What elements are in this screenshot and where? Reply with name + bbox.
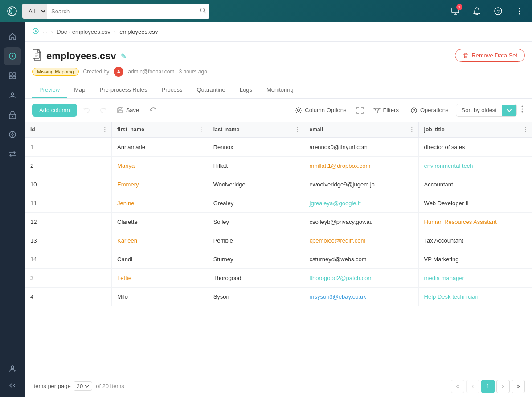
sidebar-item-home[interactable] (4, 28, 21, 45)
search-filter-select[interactable]: All (22, 4, 47, 19)
pagination-next[interactable]: › (496, 380, 510, 393)
sidebar (0, 22, 25, 397)
title-left: employees.csv ✎ Missing Mapping Created … (32, 49, 207, 77)
svg-rect-41 (119, 110, 122, 113)
col-header-id[interactable]: id ⋮ (25, 122, 112, 138)
table-row: 1 Annamarie Rennox arennox0@tinyurl.com … (25, 138, 532, 156)
breadcrumb-dots[interactable]: ··· (43, 28, 48, 35)
top-nav-icons: 1 ? (448, 4, 527, 18)
svg-point-44 (413, 109, 415, 111)
cell-last_name: Sturney (208, 250, 304, 268)
cell-last_name: Grealey (208, 194, 304, 212)
tab-quarantine[interactable]: Quarantine (189, 82, 232, 98)
save-label: Save (126, 107, 139, 113)
top-navigation: All 1 (0, 0, 532, 22)
svg-point-12 (12, 55, 13, 57)
monitor-button[interactable]: 1 (448, 4, 462, 18)
cell-last_name: Rennox (208, 138, 304, 156)
monitor-badge: 1 (456, 4, 462, 10)
col-menu-first_name[interactable]: ⋮ (198, 126, 204, 133)
svg-rect-14 (9, 73, 12, 75)
cell-last_name: Syson (208, 287, 304, 306)
sidebar-item-user-settings[interactable] (4, 360, 21, 377)
help-button[interactable]: ? (491, 4, 505, 18)
app-logo[interactable] (5, 4, 19, 18)
tab-process[interactable]: Process (154, 82, 189, 98)
table-header-row: id ⋮ first_name ⋮ last_name ⋮ email ⋮ (25, 122, 532, 138)
cell-last_name: Thorogood (208, 268, 304, 287)
pagination-prev[interactable]: ‹ (466, 380, 479, 393)
cell-last_name: Solley (208, 212, 304, 231)
more-options-button[interactable] (512, 4, 527, 18)
cell-first_name: Annamarie (112, 138, 208, 156)
table-row: 11 Jenine Grealey jgrealeya@google.it We… (25, 194, 532, 212)
cell-job_title: Help Desk technician (418, 287, 532, 306)
sidebar-item-dashboard[interactable] (4, 47, 21, 65)
cell-email: csturneyd@webs.com (304, 250, 418, 268)
table-row: 13 Karleen Pemble kpemblec@rediff.com Ta… (25, 231, 532, 250)
expand-button[interactable] (354, 105, 366, 116)
tab-monitoring[interactable]: Monitoring (259, 82, 301, 98)
sidebar-item-lock[interactable] (4, 106, 21, 124)
tab-map[interactable]: Map (67, 82, 92, 98)
col-header-job_title[interactable]: job_title ⋮ (418, 122, 532, 138)
cell-id: 2 (25, 156, 112, 175)
col-header-email[interactable]: email ⋮ (304, 122, 418, 138)
cell-job_title: Accountant (418, 175, 532, 194)
svg-point-32 (35, 30, 37, 32)
main-content: ··· › Doc - employees.csv › employees.cs… (25, 22, 532, 397)
cell-id: 1 (25, 138, 112, 156)
table-row: 12 Clarette Solley csolleyb@privacy.gov.… (25, 212, 532, 231)
reset-button[interactable] (147, 105, 160, 116)
total-items: of 20 items (96, 383, 124, 389)
search-button[interactable] (200, 8, 206, 15)
filters-label: Filters (383, 107, 399, 113)
col-menu-job_title[interactable]: ⋮ (522, 126, 528, 133)
svg-point-43 (411, 108, 417, 113)
search-input[interactable] (47, 4, 209, 19)
notifications-button[interactable] (470, 4, 484, 18)
undo-button[interactable] (81, 105, 93, 116)
breadcrumb-icon (32, 28, 39, 36)
toolbar: Add column Save (25, 99, 532, 122)
pagination-page-1[interactable]: 1 (481, 380, 495, 393)
pagination-first[interactable]: « (451, 380, 464, 393)
edit-title-icon[interactable]: ✎ (121, 52, 127, 61)
add-column-button[interactable]: Add column (32, 104, 77, 117)
pagination-last[interactable]: » (512, 380, 525, 393)
tab-preprocess[interactable]: Pre-process Rules (93, 82, 155, 98)
sort-label[interactable]: Sort by oldest (456, 104, 503, 116)
col-menu-email[interactable]: ⋮ (409, 126, 415, 133)
breadcrumb-current: employees.csv (119, 28, 158, 35)
sidebar-item-transfer[interactable] (4, 145, 21, 163)
col-header-last_name[interactable]: last_name ⋮ (208, 122, 304, 138)
table-row: 4 Milo Syson msyson3@ebay.co.uk Help Des… (25, 287, 532, 306)
sidebar-item-users[interactable] (4, 86, 21, 104)
table-row: 2 Mariya Hillatt mhillatt1@dropbox.com e… (25, 156, 532, 175)
sort-dropdown-button[interactable] (502, 105, 516, 116)
breadcrumb-parent[interactable]: Doc - employees.csv (57, 28, 110, 35)
col-menu-id[interactable]: ⋮ (102, 126, 108, 133)
remove-dataset-button[interactable]: Remove Data Set (455, 49, 525, 62)
redo-button[interactable] (97, 105, 109, 116)
sidebar-item-network[interactable] (4, 126, 21, 143)
tab-logs[interactable]: Logs (233, 82, 259, 98)
cell-first_name: Jenine (112, 194, 208, 212)
cell-job_title: environmental tech (418, 156, 532, 175)
search-container: All (22, 4, 209, 19)
col-menu-last_name[interactable]: ⋮ (294, 126, 300, 133)
tab-preview[interactable]: Preview (32, 82, 67, 98)
save-button[interactable]: Save (113, 105, 144, 116)
sidebar-collapse-button[interactable] (4, 379, 21, 392)
per-page-select[interactable]: 20 (74, 381, 92, 391)
filters-button[interactable]: Filters (369, 105, 403, 116)
column-options-button[interactable]: Column Options (291, 105, 351, 116)
toolbar-more-button[interactable] (520, 103, 525, 117)
user-email: admin@foobar.com (128, 69, 174, 75)
sidebar-item-data[interactable] (4, 67, 21, 85)
user-avatar: A (114, 67, 123, 77)
col-header-first_name[interactable]: first_name ⋮ (112, 122, 208, 138)
svg-rect-40 (119, 108, 121, 109)
operations-button[interactable]: Operations (406, 105, 453, 116)
breadcrumb: ··· › Doc - employees.csv › employees.cs… (25, 22, 532, 42)
